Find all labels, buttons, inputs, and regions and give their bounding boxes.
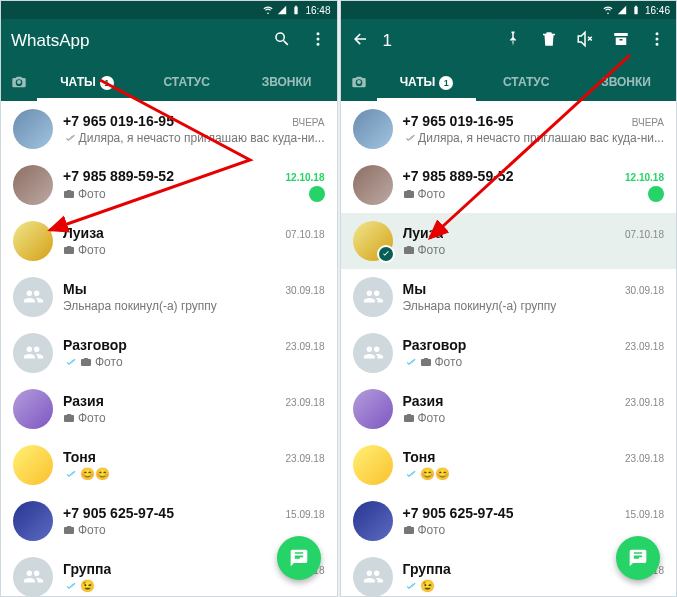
tab-calls[interactable]: ЗВОНКИ <box>576 63 676 101</box>
chat-time: 23.09.18 <box>625 341 664 352</box>
chat-row[interactable]: Мы30.09.18Эльнара покинул(-а) группу <box>1 269 337 325</box>
tab-status[interactable]: СТАТУС <box>476 63 576 101</box>
chat-name: +7 905 625-97-45 <box>63 505 174 521</box>
wifi-icon <box>263 5 273 15</box>
chat-message: Эльнара покинул(-а) группу <box>63 299 217 313</box>
chat-message: 😉 <box>403 579 435 593</box>
ticks-read-icon <box>403 580 417 592</box>
message-icon <box>289 548 309 568</box>
chat-time: 23.09.18 <box>286 341 325 352</box>
chats-badge: 1 <box>100 76 114 90</box>
chat-row[interactable]: +7 985 889-59-5212.10.18Фото <box>341 157 677 213</box>
avatar[interactable] <box>353 221 393 261</box>
chat-row[interactable]: Разия23.09.18Фото <box>341 381 677 437</box>
avatar[interactable] <box>353 109 393 149</box>
chat-row[interactable]: Разия23.09.18Фото <box>1 381 337 437</box>
avatar[interactable] <box>353 501 393 541</box>
photo-icon <box>403 412 415 424</box>
ticks-delivered-icon <box>403 132 416 144</box>
status-time: 16:46 <box>645 5 670 16</box>
avatar[interactable] <box>13 501 53 541</box>
chat-name: Тоня <box>63 449 96 465</box>
photo-icon <box>63 244 75 256</box>
avatar[interactable] <box>13 445 53 485</box>
tab-chats[interactable]: ЧАТЫ1 <box>377 63 477 101</box>
avatar[interactable] <box>353 333 393 373</box>
search-icon[interactable] <box>273 30 291 52</box>
more-icon[interactable] <box>309 30 327 52</box>
avatar[interactable] <box>353 165 393 205</box>
chat-name: Тоня <box>403 449 436 465</box>
avatar[interactable] <box>353 445 393 485</box>
avatar[interactable] <box>13 557 53 596</box>
avatar[interactable] <box>13 333 53 373</box>
chat-name: +7 905 625-97-45 <box>403 505 514 521</box>
chat-name: +7 985 889-59-52 <box>403 168 514 184</box>
unread-badge <box>648 186 664 202</box>
chat-time: 07.10.18 <box>286 229 325 240</box>
chat-name: Разия <box>403 393 444 409</box>
chat-row[interactable]: Мы30.09.18Эльнара покинул(-а) группу <box>341 269 677 325</box>
chat-time: 30.09.18 <box>625 285 664 296</box>
pin-icon[interactable] <box>504 30 522 52</box>
chat-time: 15.09.18 <box>286 509 325 520</box>
photo-icon <box>403 188 415 200</box>
status-bar: 16:46 <box>341 1 677 19</box>
chat-row[interactable]: +7 965 019-16-95ВЧЕРАДиляра, я нечасто п… <box>341 101 677 157</box>
tab-chats[interactable]: ЧАТЫ1 <box>37 63 137 101</box>
chat-name: Группа <box>403 561 451 577</box>
chat-name: Разия <box>63 393 104 409</box>
photo-icon <box>420 356 432 368</box>
chat-name: Луиза <box>63 225 104 241</box>
chat-message: Эльнара покинул(-а) группу <box>403 299 557 313</box>
avatar[interactable] <box>13 277 53 317</box>
delete-icon[interactable] <box>540 30 558 52</box>
chat-time: 23.09.18 <box>286 453 325 464</box>
app-title: WhatsApp <box>11 31 259 51</box>
back-icon[interactable] <box>351 30 369 52</box>
chat-row[interactable]: Луиза07.10.18Фото <box>1 213 337 269</box>
camera-tab[interactable] <box>341 74 377 90</box>
photo-icon <box>63 412 75 424</box>
avatar[interactable] <box>13 165 53 205</box>
chat-time: 23.09.18 <box>286 397 325 408</box>
chat-message: Диляра, я нечасто приглашаю вас куда-ни.… <box>63 131 325 145</box>
unread-badge <box>309 186 325 202</box>
archive-icon[interactable] <box>612 30 630 52</box>
avatar[interactable] <box>13 221 53 261</box>
avatar[interactable] <box>353 389 393 429</box>
chat-row[interactable]: Тоня23.09.18😊😊 <box>341 437 677 493</box>
chat-message: 😊😊 <box>403 467 450 481</box>
chat-time: 23.09.18 <box>625 453 664 464</box>
chat-row[interactable]: +7 965 019-16-95ВЧЕРАДиляра, я нечасто п… <box>1 101 337 157</box>
avatar[interactable] <box>353 277 393 317</box>
tab-status[interactable]: СТАТУС <box>137 63 237 101</box>
chat-message: Фото <box>63 523 106 537</box>
new-chat-fab[interactable] <box>277 536 321 580</box>
photo-icon <box>403 524 415 536</box>
chat-name: Разговор <box>63 337 127 353</box>
avatar[interactable] <box>13 109 53 149</box>
chat-row[interactable]: Разговор23.09.18Фото <box>341 325 677 381</box>
more-icon[interactable] <box>648 30 666 52</box>
chat-message: 😉 <box>63 579 95 593</box>
camera-tab[interactable] <box>1 74 37 90</box>
chat-row[interactable]: Луиза07.10.18Фото <box>341 213 677 269</box>
chat-name: Разговор <box>403 337 467 353</box>
tabs: ЧАТЫ1 СТАТУС ЗВОНКИ <box>1 63 337 101</box>
chat-row[interactable]: Разговор23.09.18Фото <box>1 325 337 381</box>
chat-message: Фото <box>403 411 446 425</box>
chat-message: Фото <box>63 187 106 201</box>
tab-calls[interactable]: ЗВОНКИ <box>237 63 337 101</box>
avatar[interactable] <box>13 389 53 429</box>
avatar[interactable] <box>353 557 393 596</box>
chat-list: +7 965 019-16-95ВЧЕРАДиляра, я нечасто п… <box>341 101 677 596</box>
battery-icon <box>291 5 301 15</box>
photo-icon <box>63 524 75 536</box>
chat-row[interactable]: +7 985 889-59-5212.10.18Фото <box>1 157 337 213</box>
selection-count: 1 <box>383 31 491 51</box>
mute-icon[interactable] <box>576 30 594 52</box>
new-chat-fab[interactable] <box>616 536 660 580</box>
selected-check-icon <box>377 245 395 263</box>
chat-row[interactable]: Тоня23.09.18😊😊 <box>1 437 337 493</box>
